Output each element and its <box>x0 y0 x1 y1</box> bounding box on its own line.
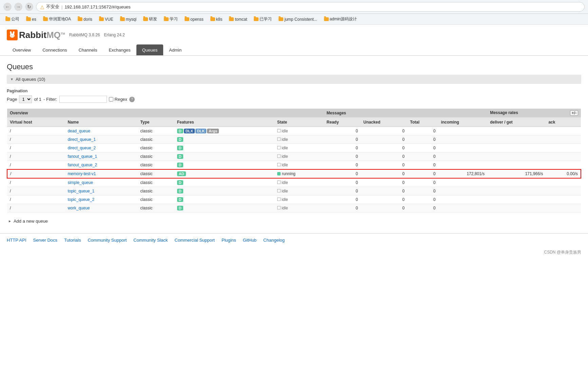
idle-indicator <box>277 154 281 158</box>
filter-input[interactable] <box>59 96 107 103</box>
cell-deliver-get <box>487 127 546 135</box>
footer-link-server-docs[interactable]: Server Docs <box>33 238 58 243</box>
footer-link-tutorials[interactable]: Tutorials <box>64 238 81 243</box>
running-indicator <box>277 172 281 175</box>
page-select[interactable]: 1 <box>19 95 32 103</box>
table-row[interactable]: /fanout_queue_2classicD idle000 <box>7 161 581 170</box>
cell-deliver-get <box>487 204 546 212</box>
tab-channels[interactable]: Channels <box>73 44 103 55</box>
folder-icon <box>210 17 215 21</box>
cell-total: 0 <box>407 127 438 135</box>
col-features: Features <box>174 118 274 127</box>
cell-name[interactable]: topic_queue_1 <box>65 187 137 196</box>
footer-link-plugins[interactable]: Plugins <box>222 238 236 243</box>
cell-state: idle <box>274 161 324 170</box>
bookmark-jump[interactable]: jump Consistent... <box>276 16 320 23</box>
all-queues-toggle[interactable]: ▼ All queues (10) <box>7 75 581 84</box>
table-row[interactable]: /fanout_queue_1classicD idle000 <box>7 152 581 161</box>
bookmark-yixuexi[interactable]: 已学习 <box>251 15 274 23</box>
cell-unacked: 0 <box>361 178 407 187</box>
cell-virtual-host: / <box>7 152 65 161</box>
footer-link-community-slack[interactable]: Community Slack <box>133 238 168 243</box>
table-row[interactable]: /direct_queue_1classicD idle000 <box>7 135 581 144</box>
tab-exchanges[interactable]: Exchanges <box>103 44 136 55</box>
bookmarks-bar: 公司 es 华润置地OA doris VUE mysql 研发 学习 opens… <box>0 14 588 25</box>
add-queue-toggle[interactable]: ► Add a new queue <box>8 219 580 224</box>
plus-minus-button[interactable]: +/- <box>570 110 578 116</box>
cell-name[interactable]: work_queue <box>65 204 137 212</box>
address-bar[interactable]: △ 不安全 | 192.168.187.171:15672/#/queues <box>36 2 585 12</box>
bookmark-openss[interactable]: openss <box>182 16 206 23</box>
folder-icon <box>279 17 283 21</box>
cell-name[interactable]: topic_queue_2 <box>65 196 137 204</box>
bookmark-yanfa[interactable]: 研发 <box>140 15 160 23</box>
help-icon[interactable]: ? <box>129 97 135 102</box>
table-row[interactable]: /dead_queueclassicDDLXDLKArgs idle000 <box>7 127 581 135</box>
cell-type: classic <box>137 135 174 144</box>
table-row[interactable]: /topic_queue_1classicD idle000 <box>7 187 581 196</box>
cell-type: classic <box>137 196 174 204</box>
regex-label[interactable]: Regex <box>109 97 128 102</box>
cell-state: running <box>274 169 324 178</box>
tab-connections[interactable]: Connections <box>37 44 73 55</box>
bookmark-mysql[interactable]: mysql <box>117 16 139 23</box>
app-footer: HTTP API Server Docs Tutorials Community… <box>0 233 588 247</box>
overview-header: Overview <box>7 109 324 118</box>
bookmark-k8s[interactable]: k8s <box>208 16 225 23</box>
table-area: Overview Messages Message rates +/- Virt… <box>7 109 581 212</box>
col-state: State <box>274 118 324 127</box>
cell-state: idle <box>274 204 324 212</box>
bookmark-label: jump Consistent... <box>284 17 317 22</box>
tab-admin[interactable]: Admin <box>163 44 187 55</box>
bookmark-vue[interactable]: VUE <box>96 16 116 23</box>
back-button[interactable]: ← <box>3 3 12 11</box>
cell-name[interactable]: simple_queue <box>65 178 137 187</box>
table-row[interactable]: /direct_queue_2classicD idle000 <box>7 144 581 152</box>
logo-text: RabbitMQTM <box>19 30 65 40</box>
footer-link-changelog[interactable]: Changelog <box>263 238 285 243</box>
browser-chrome: ← → ↻ △ 不安全 | 192.168.187.171:15672/#/qu… <box>0 0 588 14</box>
table-row[interactable]: /memory-test-v1classicADrunning000172,80… <box>7 169 581 178</box>
cell-name[interactable]: direct_queue_2 <box>65 144 137 152</box>
table-row[interactable]: /simple_queueclassicD idle000 <box>7 178 581 187</box>
bookmark-doris[interactable]: doris <box>75 16 95 23</box>
bookmark-huarun[interactable]: 华润置地OA <box>40 15 74 23</box>
cell-unacked: 0 <box>361 161 407 170</box>
folder-icon <box>78 17 82 21</box>
security-warning-text: 不安全 <box>46 4 59 10</box>
cell-name[interactable]: memory-test-v1 <box>65 169 137 178</box>
cell-unacked: 0 <box>361 135 407 144</box>
refresh-button[interactable]: ↻ <box>25 3 33 11</box>
bookmark-admin[interactable]: admin源码设计 <box>321 15 360 23</box>
add-queue-section: ► Add a new queue <box>7 216 581 226</box>
footer-link-http-api[interactable]: HTTP API <box>7 238 26 243</box>
idle-indicator <box>277 129 281 132</box>
cell-ack <box>546 135 581 144</box>
cell-name[interactable]: dead_queue <box>65 127 137 135</box>
tab-queues[interactable]: Queues <box>136 44 164 55</box>
bookmark-xuexi[interactable]: 学习 <box>161 15 181 23</box>
cell-total: 0 <box>407 152 438 161</box>
bookmark-es[interactable]: es <box>23 16 39 23</box>
url-text: 192.168.187.171:15672/#/queues <box>64 4 130 10</box>
watermark: CSDN @单身贵族男 <box>0 247 588 258</box>
footer-link-commercial-support[interactable]: Commercial Support <box>175 238 215 243</box>
table-row[interactable]: /topic_queue_2classicD idle000 <box>7 196 581 204</box>
table-row[interactable]: /work_queueclassicD idle000 <box>7 204 581 212</box>
cell-name[interactable]: direct_queue_1 <box>65 135 137 144</box>
cell-unacked: 0 <box>361 144 407 152</box>
cell-state: idle <box>274 144 324 152</box>
logo-area: RabbitMQTM RabbitMQ 3.8.26 Erlang 24.2 <box>7 30 581 40</box>
regex-checkbox[interactable] <box>109 97 113 101</box>
cell-name[interactable]: fanout_queue_2 <box>65 161 137 170</box>
forward-button[interactable]: → <box>14 3 22 11</box>
footer-link-community-support[interactable]: Community Support <box>88 238 127 243</box>
bookmark-tomcat[interactable]: tomcat <box>226 16 250 23</box>
bookmark-gongsi[interactable]: 公司 <box>3 15 22 23</box>
tab-overview[interactable]: Overview <box>7 44 37 55</box>
cell-name[interactable]: fanout_queue_1 <box>65 152 137 161</box>
cell-incoming <box>438 187 487 196</box>
svg-point-4 <box>13 36 14 36</box>
add-queue-label: Add a new queue <box>14 219 48 224</box>
footer-link-github[interactable]: GitHub <box>243 238 257 243</box>
